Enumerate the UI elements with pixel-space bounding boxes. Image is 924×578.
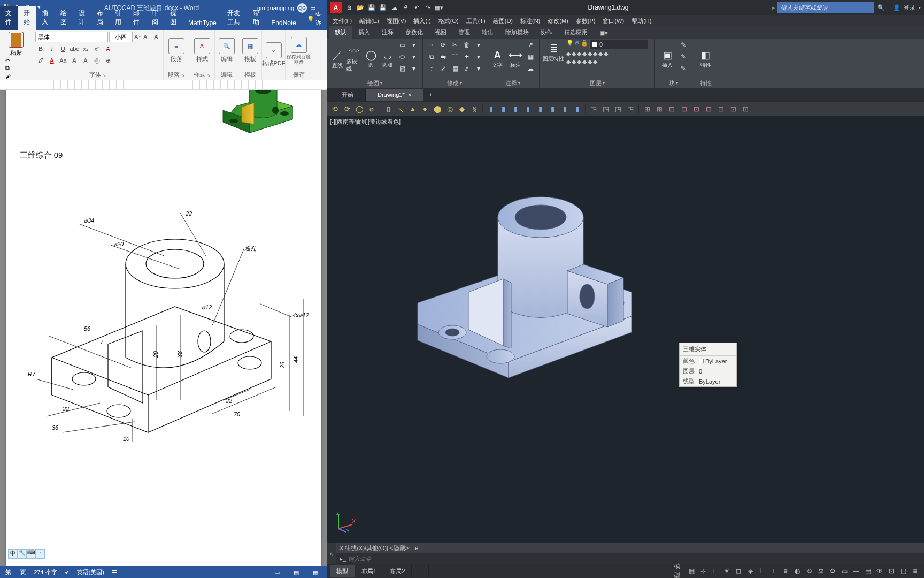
saveas-icon[interactable]: 💾 bbox=[378, 2, 388, 13]
tab-view[interactable]: 视图 bbox=[165, 6, 183, 30]
sphere-icon[interactable]: ● bbox=[419, 103, 431, 115]
dim-button[interactable]: ⟷标注 bbox=[507, 40, 524, 79]
insert-block-button[interactable]: ▣插入 bbox=[658, 40, 676, 79]
stretch-icon[interactable]: ↕ bbox=[426, 63, 437, 74]
cleanscreen-icon[interactable]: ▢ bbox=[897, 565, 909, 577]
tab-help[interactable]: 帮助 bbox=[248, 6, 266, 30]
menu-tools[interactable]: 工具(T) bbox=[463, 16, 489, 27]
menu-draw[interactable]: 绘图(D) bbox=[489, 16, 517, 27]
cloud-icon[interactable]: ☁ bbox=[525, 63, 536, 74]
cylinder-icon[interactable]: ⬤ bbox=[432, 103, 443, 115]
char-border-icon[interactable]: A bbox=[69, 55, 80, 66]
char-shading-icon[interactable]: A bbox=[80, 55, 91, 66]
tab-mail[interactable]: 邮件 bbox=[128, 6, 146, 30]
menu-dim[interactable]: 标注(N) bbox=[517, 16, 544, 27]
tab-layout[interactable]: 布局 bbox=[91, 6, 110, 30]
menu-edit[interactable]: 编辑(E) bbox=[356, 16, 383, 27]
freeze-icon[interactable]: ❄ bbox=[575, 40, 580, 49]
workspace-switch-icon[interactable]: ⚙ bbox=[827, 565, 838, 577]
copy-icon[interactable]: ⧉ bbox=[426, 51, 437, 62]
ribtab-collab[interactable]: 协作 bbox=[535, 26, 558, 39]
wedge-icon[interactable]: ◺ bbox=[395, 103, 406, 115]
close-icon[interactable]: × bbox=[408, 92, 411, 98]
menu-param[interactable]: 参数(P) bbox=[572, 16, 599, 27]
format-painter-icon[interactable]: 🖌 bbox=[5, 73, 28, 79]
quickprops-icon[interactable]: ▤ bbox=[862, 565, 874, 577]
autocad-logo[interactable]: A bbox=[330, 2, 342, 13]
ribtab-view[interactable]: 视图 bbox=[429, 26, 452, 39]
fillet-icon[interactable]: ⌒ bbox=[450, 51, 460, 62]
save-icon[interactable]: 💾 bbox=[366, 2, 377, 13]
table-icon[interactable]: ▦ bbox=[525, 51, 536, 62]
layout-add[interactable]: + bbox=[412, 565, 428, 577]
bold-button[interactable]: B bbox=[35, 43, 46, 54]
offset-icon[interactable]: ⫽ bbox=[461, 63, 472, 74]
rotate-icon[interactable]: ⟳ bbox=[438, 40, 449, 50]
torus-icon[interactable]: ◎ bbox=[444, 103, 456, 115]
layer-combo[interactable]: 0 bbox=[589, 40, 648, 49]
trim-icon[interactable]: ✂ bbox=[450, 40, 460, 50]
ribtab-featured[interactable]: 精选应用 bbox=[558, 26, 594, 39]
tab-design[interactable]: 设计 bbox=[73, 6, 91, 30]
tab-review[interactable]: 审阅 bbox=[147, 6, 165, 30]
erase-icon[interactable]: 🗑 bbox=[461, 40, 472, 50]
line-button[interactable]: ／直线 bbox=[330, 40, 345, 79]
pline-button[interactable]: 〰多段线 bbox=[346, 40, 361, 79]
ribtab-manage[interactable]: 管理 bbox=[452, 26, 476, 39]
osnap-icon[interactable]: ◻ bbox=[733, 565, 744, 577]
menu-format[interactable]: 格式(O) bbox=[435, 16, 463, 27]
styles-button[interactable]: A样式 bbox=[190, 38, 214, 63]
ribtab-more[interactable]: ▣▾ bbox=[594, 27, 614, 39]
ucs-icon[interactable]: ⟲ bbox=[329, 103, 341, 115]
ribtab-addon[interactable]: 附加模块 bbox=[499, 26, 535, 39]
workspace-icon[interactable]: ▦▾ bbox=[434, 2, 444, 13]
rect-icon[interactable]: ▭ bbox=[397, 40, 407, 50]
search-go-icon[interactable]: 🔍 bbox=[876, 2, 887, 13]
user-dropdown-icon[interactable]: ▾ bbox=[919, 5, 921, 10]
transparency-icon[interactable]: ◐ bbox=[791, 565, 803, 577]
baidu-button[interactable]: ☁保存到百度网盘 bbox=[287, 37, 311, 65]
dynucs-icon[interactable]: L bbox=[756, 565, 768, 577]
3dosnap-icon[interactable]: ◈ bbox=[744, 565, 756, 577]
mirror-icon[interactable]: ⇋ bbox=[438, 51, 449, 62]
menu-insert[interactable]: 插入(I) bbox=[410, 16, 434, 27]
lineweight-icon[interactable]: ≡ bbox=[780, 565, 791, 577]
find-button[interactable]: 🔍编辑 bbox=[214, 38, 239, 63]
layout-2[interactable]: 布局2 bbox=[383, 565, 412, 577]
strike-button[interactable]: abc bbox=[69, 43, 80, 54]
change-case-icon[interactable]: Aa bbox=[58, 55, 68, 66]
text-effects-icon[interactable]: A bbox=[103, 43, 113, 54]
menu-view[interactable]: 视图(V) bbox=[383, 16, 410, 27]
snap-icon[interactable]: ⊹ bbox=[697, 565, 709, 577]
acad-viewport[interactable]: [-][西南等轴测][带边缘着色] bbox=[327, 116, 924, 543]
plot-icon[interactable]: 🖨 bbox=[400, 2, 411, 13]
annomon-icon[interactable]: ▭ bbox=[838, 565, 850, 577]
subscript-button[interactable]: x₂ bbox=[80, 43, 91, 54]
track-changes-icon[interactable]: ☰ bbox=[112, 569, 117, 576]
helix-icon[interactable]: § bbox=[468, 103, 480, 115]
grow-font-icon[interactable]: A↑ bbox=[134, 32, 142, 42]
language[interactable]: 英语(美国) bbox=[77, 568, 104, 576]
tab-mathtype[interactable]: MathType bbox=[183, 17, 222, 30]
spellcheck-icon[interactable]: ✔ bbox=[65, 569, 70, 576]
layer-props-button[interactable]: ≣图层特性 bbox=[543, 43, 564, 63]
tab-insert[interactable]: 插入 bbox=[36, 6, 55, 30]
pyramid-icon[interactable]: ◆ bbox=[456, 103, 468, 115]
cut-icon[interactable]: ✂ bbox=[5, 57, 28, 64]
move-icon[interactable]: ↔ bbox=[426, 40, 437, 50]
tab-ref[interactable]: 引用 bbox=[110, 6, 128, 30]
tab-dev[interactable]: 开发工具 bbox=[222, 6, 248, 30]
ribtab-param[interactable]: 参数化 bbox=[399, 26, 429, 39]
annoscale-icon[interactable]: ⚖ bbox=[815, 565, 827, 577]
grid-icon[interactable]: ▦ bbox=[686, 565, 697, 577]
tab-home[interactable]: 开始 bbox=[18, 6, 36, 30]
print-layout-icon[interactable]: ▤ bbox=[290, 568, 302, 576]
ribtab-anno[interactable]: 注释 bbox=[376, 26, 399, 39]
text-button[interactable]: A文字 bbox=[489, 40, 506, 79]
shrink-font-icon[interactable]: A↓ bbox=[143, 32, 151, 42]
font-size-select[interactable] bbox=[109, 32, 133, 42]
doctab-add[interactable]: + bbox=[424, 89, 438, 101]
doctab-start[interactable]: 开始 bbox=[330, 88, 366, 102]
dyninput-icon[interactable]: + bbox=[768, 565, 780, 577]
web-icon[interactable]: ☁ bbox=[389, 2, 399, 13]
